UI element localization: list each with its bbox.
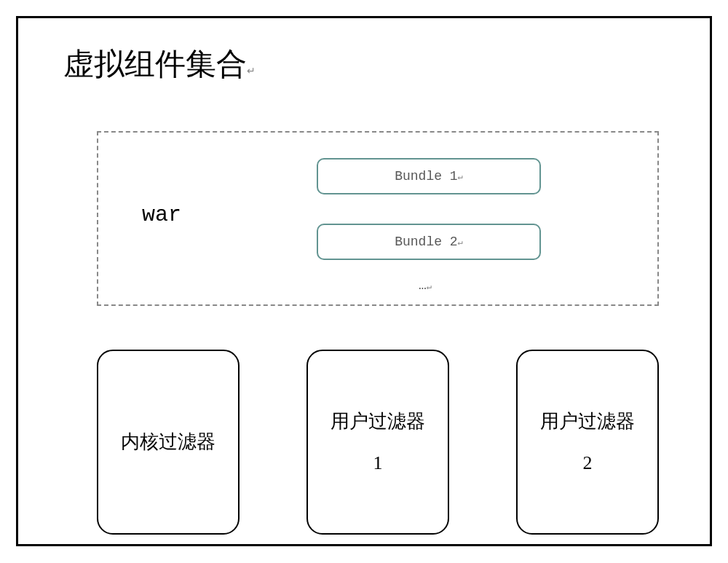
bundle-2-mark: ↵ (458, 237, 463, 248)
user-filter-1-box: 用户过滤器 1 (306, 350, 449, 535)
kernel-filter-text: 内核过滤器 (121, 421, 215, 462)
ellipsis-mark: ↵ (427, 282, 432, 292)
war-container: war Bundle 1↵ Bundle 2↵ …↵ (97, 131, 659, 306)
ellipsis-text: … (419, 278, 427, 293)
outer-frame: 虚拟组件集合↵ war Bundle 1↵ Bundle 2↵ …↵ 内核过滤器… (16, 16, 712, 546)
bundle-1-label: Bundle 1 (395, 169, 457, 184)
user-filter-2-text: 用户过滤器 2 (540, 401, 635, 484)
kernel-filter-label: 内核过滤器 (121, 431, 215, 452)
bundle-1-box: Bundle 1↵ (317, 158, 541, 194)
user-filter-2-number: 2 (583, 452, 593, 473)
title-text: 虚拟组件集合 (63, 47, 247, 81)
bundle-2-label: Bundle 2 (395, 235, 457, 249)
title-mark: ↵ (247, 66, 256, 76)
user-filter-2-box: 用户过滤器 2 (516, 350, 659, 535)
kernel-filter-box: 内核过滤器 (97, 350, 240, 535)
diagram-title: 虚拟组件集合↵ (63, 44, 256, 84)
user-filter-1-label: 用户过滤器 (331, 411, 425, 432)
user-filter-2-label: 用户过滤器 (540, 411, 635, 432)
user-filter-1-number: 1 (373, 452, 383, 473)
ellipsis: …↵ (419, 278, 432, 293)
bundle-1-mark: ↵ (458, 171, 463, 182)
user-filter-1-text: 用户过滤器 1 (331, 401, 425, 484)
bundle-2-box: Bundle 2↵ (317, 224, 541, 260)
war-label: war (142, 202, 181, 227)
